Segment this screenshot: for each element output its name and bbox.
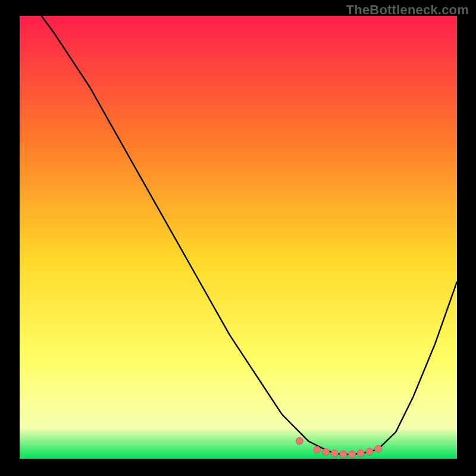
trough-marker [375, 446, 382, 453]
trough-marker [349, 451, 356, 458]
chart-frame: TheBottleneck.com [0, 0, 476, 476]
trough-marker [322, 449, 330, 456]
trough-marker [314, 446, 321, 453]
trough-marker [357, 450, 364, 457]
gradient-background [20, 16, 457, 459]
attribution-label: TheBottleneck.com [346, 2, 469, 18]
trough-marker [331, 450, 338, 457]
trough-marker [366, 448, 373, 455]
trough-marker [340, 451, 347, 458]
bottleneck-chart [0, 0, 476, 476]
trough-marker [296, 437, 303, 444]
